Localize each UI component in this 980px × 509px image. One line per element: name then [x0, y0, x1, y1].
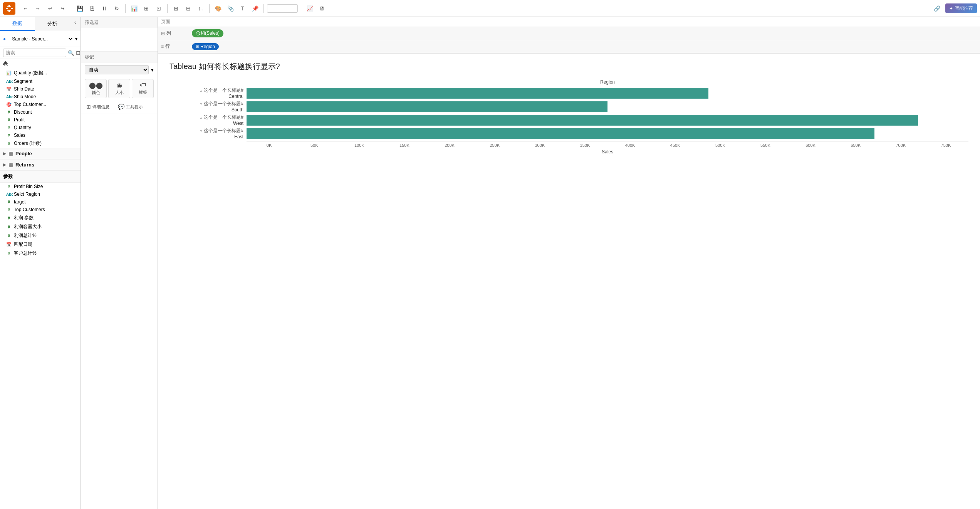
undo-button[interactable]: ↩	[45, 3, 55, 14]
param-profit-pct[interactable]: # 利润总计%	[0, 231, 81, 240]
sort-button[interactable]: ↑↓	[195, 3, 206, 14]
marks-type-select[interactable]: 自动	[85, 65, 149, 74]
save-button[interactable]: 💾	[74, 3, 85, 14]
rows-pills[interactable]: ⊞ Region	[189, 42, 980, 52]
returns-section-header[interactable]: ▶ ▦ Returns	[0, 159, 81, 170]
search-input[interactable]	[3, 49, 66, 57]
tab-analysis[interactable]: 分析	[35, 17, 70, 31]
param-customer-pct[interactable]: # 客户总计%	[0, 249, 81, 258]
app-container: ← → ↩ ↪ 💾 🗄 ⏸ ↻ 📊 ⊞ ⊡ ⊞ ⊟ ↑↓ 🎨 📎 T 📌 标准 …	[0, 0, 980, 509]
bar-track[interactable]	[247, 115, 968, 126]
field-item-quantity-data[interactable]: 📊 Quantity (数据...	[0, 69, 81, 77]
param-icon-3: #	[6, 200, 12, 204]
filter-button[interactable]: ⊟	[76, 50, 81, 56]
bar-label-area: ○这个是一个长标题#East	[169, 128, 247, 139]
left-tabs: 数据 分析 ‹	[0, 17, 81, 31]
color-button[interactable]: 🎨	[213, 3, 223, 14]
fit-button[interactable]: ⊡	[153, 3, 164, 14]
annotation-button[interactable]: 📎	[225, 3, 236, 14]
standard-dropdown[interactable]: 标准	[267, 4, 298, 13]
ai-icon: ✦	[949, 6, 953, 11]
nav-back-button[interactable]: ←	[20, 3, 31, 14]
pin-button[interactable]: 📌	[250, 3, 260, 14]
field-label: Orders (计数)	[14, 140, 42, 147]
ai-recommend-button[interactable]: ✦ 智能推荐	[945, 3, 977, 13]
filter-section: 筛选器	[81, 17, 158, 52]
columns-pills[interactable]: 总和(Sales)	[189, 28, 980, 39]
nav-forward-button[interactable]: →	[32, 3, 43, 14]
add-datasource-button[interactable]: 🗄	[87, 3, 97, 14]
field-item-top-customers[interactable]: 🎯 Top Customer...	[0, 101, 81, 108]
field-item-profit[interactable]: # Profit	[0, 116, 81, 124]
field-item-ship-date[interactable]: 📅 Ship Date	[0, 85, 81, 93]
pill-label: 总和(Sales)	[196, 30, 220, 37]
present-button[interactable]: 🖥	[317, 3, 327, 14]
field-item-ship-mode[interactable]: Abc Ship Mode	[0, 93, 81, 101]
marks-detail-button[interactable]: ⊞ 详细信息	[85, 101, 111, 112]
param-profit-bin-size[interactable]: # Profit Bin Size	[0, 183, 81, 190]
param-select-region[interactable]: Abc Selct Region	[0, 190, 81, 198]
pause-button[interactable]: ⏸	[99, 3, 110, 14]
marks-color-button[interactable]: ⬤⬤ 颜色	[85, 79, 107, 98]
show-me-button[interactable]: ⊞	[141, 3, 152, 14]
text-button[interactable]: T	[237, 3, 248, 14]
filter-section-title: 筛选器	[81, 17, 158, 28]
marks-label-button[interactable]: 🏷 标签	[132, 79, 154, 98]
bar-label-line1: 这个是一个长标题#	[204, 128, 243, 134]
bar-track[interactable]	[247, 88, 968, 99]
param-label: 利润 参数	[14, 215, 34, 221]
marks-size-button[interactable]: ◉ 大小	[108, 79, 130, 98]
param-match-date[interactable]: 📅 匹配日期	[0, 240, 81, 249]
x-axis: 0K50K100K150K200K250K300K350K400K450K500…	[247, 141, 968, 148]
bar-track[interactable]	[247, 128, 968, 139]
field-icon-abc2: Abc	[6, 95, 12, 99]
people-section-header[interactable]: ▶ ▦ People	[0, 148, 81, 159]
bar-label-line1: 这个是一个长标题#	[204, 87, 243, 94]
param-profit-bin[interactable]: # 利润容器大小	[0, 222, 81, 231]
param-target[interactable]: # target	[0, 198, 81, 206]
bar-fill	[247, 115, 918, 126]
rows-shelf: ≡ 行 ⊞ Region	[158, 40, 980, 53]
metrics-button[interactable]: 📈	[304, 3, 315, 14]
collapse-panel-button[interactable]: ‹	[70, 17, 81, 28]
refresh-button[interactable]: ↻	[111, 3, 122, 14]
tab-data[interactable]: 数据	[0, 17, 35, 31]
field-label: Quantity	[14, 125, 31, 130]
filter-drop-area[interactable]	[81, 28, 158, 51]
field-item-discount[interactable]: # Discount	[0, 108, 81, 116]
params-header: 参数	[0, 170, 81, 183]
param-label: Profit Bin Size	[14, 184, 43, 189]
param-profit-param[interactable]: # 利润 参数	[0, 213, 81, 222]
people-table-icon: ▦	[8, 151, 13, 156]
field-item-sales[interactable]: # Sales	[0, 131, 81, 139]
hierarchy-button[interactable]: ⊟	[183, 3, 194, 14]
columns-pill-sales[interactable]: 总和(Sales)	[192, 29, 223, 37]
x-tick: 200K	[427, 143, 472, 148]
marks-tooltip-button[interactable]: 💬 工具提示	[116, 101, 144, 112]
svg-rect-7	[10, 10, 11, 11]
separator-1	[71, 4, 71, 13]
field-item-quantity[interactable]: # Quantity	[0, 124, 81, 131]
redo-button[interactable]: ↪	[57, 3, 68, 14]
bar-track[interactable]	[247, 101, 968, 112]
datasource-selector: ● Sample - Super... ▾	[0, 31, 81, 47]
svg-rect-5	[10, 6, 11, 7]
group-button[interactable]: ⊞	[171, 3, 181, 14]
field-item-segment[interactable]: Abc Segment	[0, 77, 81, 85]
datasource-dropdown[interactable]: Sample - Super...	[7, 34, 74, 44]
param-top-customers[interactable]: # Top Customers	[0, 206, 81, 213]
search-button[interactable]: 🔍	[68, 50, 74, 56]
bar-label-area: ○这个是一个长标题#West	[169, 114, 247, 126]
param-label: 匹配日期	[14, 241, 32, 248]
size-icon: ◉	[117, 82, 122, 89]
bar-radio-icon: ○	[200, 101, 202, 107]
chart-type-button[interactable]: 📊	[129, 3, 139, 14]
x-tick: 400K	[607, 143, 653, 148]
field-label: Quantity (数据...	[14, 70, 47, 76]
rows-pill-region[interactable]: ⊞ Region	[192, 43, 219, 50]
marks-tooltip-label: 工具提示	[126, 104, 143, 110]
columns-shelf: ⊞ 列 总和(Sales)	[158, 27, 980, 40]
bar-label-line1: 这个是一个长标题#	[204, 101, 243, 107]
share-button[interactable]: 🔗	[931, 3, 942, 14]
field-item-orders[interactable]: # Orders (计数)	[0, 139, 81, 148]
